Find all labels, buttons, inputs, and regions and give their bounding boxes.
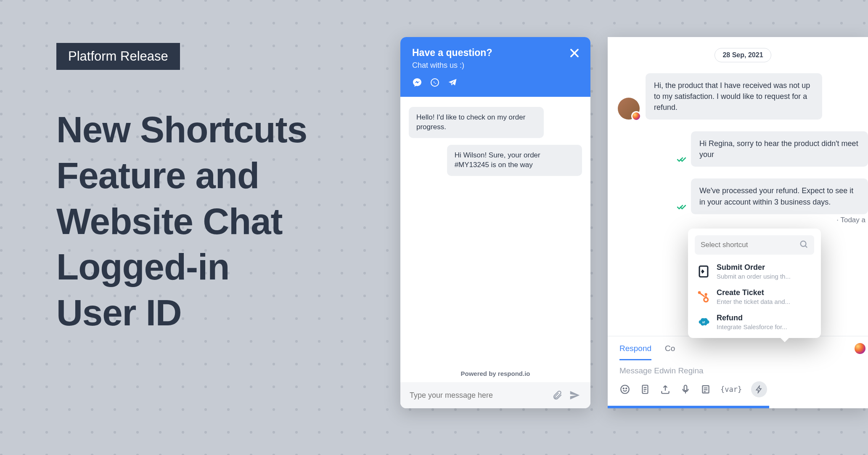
- shortcut-search-input[interactable]: [701, 241, 799, 249]
- template-icon[interactable]: [700, 384, 711, 395]
- shortcut-item-create-ticket[interactable]: Create Ticket Enter the ticket data and.…: [688, 284, 821, 309]
- svg-text:sf: sf: [702, 321, 705, 324]
- read-receipt-icon: [677, 154, 687, 164]
- message-bubble-incoming: Hi, the product that I have received was…: [646, 73, 822, 120]
- chat-message-outgoing: Hi Wilson! Sure, your order #MY13245 is …: [447, 145, 582, 176]
- banner-category-label: Platform Release: [56, 43, 180, 70]
- conversation-panel: 28 Sep, 2021 Hi, the product that I have…: [608, 37, 868, 408]
- search-icon: [799, 239, 808, 250]
- svg-point-15: [801, 241, 806, 247]
- progress-indicator: [608, 406, 769, 408]
- svg-line-16: [805, 246, 807, 248]
- svg-line-21: [700, 293, 705, 297]
- compose-area: Message Edwin Regina {var}: [608, 360, 868, 406]
- chat-message-input[interactable]: [410, 391, 546, 400]
- variable-icon[interactable]: {var}: [720, 384, 742, 395]
- shortcut-item-desc: Submit an order using th...: [717, 273, 791, 280]
- chat-widget-title: Have a question?: [412, 47, 579, 59]
- powered-by-label: Powered by respond.io: [400, 365, 590, 382]
- svg-point-5: [626, 388, 627, 389]
- voice-icon[interactable]: [680, 384, 691, 395]
- shortcut-popover: Submit Order Submit an order using th...…: [688, 229, 821, 338]
- svg-point-4: [623, 388, 624, 389]
- channel-icons-row: [412, 77, 579, 88]
- message-row-outgoing: Hi Regina, sorry to hear the product did…: [618, 131, 868, 167]
- svg-rect-10: [684, 385, 687, 391]
- compose-input[interactable]: Message Edwin Regina: [619, 366, 856, 375]
- tab-comment[interactable]: Co: [665, 344, 675, 353]
- close-icon[interactable]: [569, 47, 580, 59]
- shortcut-item-refund[interactable]: sf Refund Integrate Salesforce for...: [688, 309, 821, 335]
- message-row-outgoing: We've processed your refund. Expect to s…: [618, 178, 868, 214]
- timestamp-label: · Today a: [618, 216, 868, 224]
- chat-widget-panel: Have a question? Chat withs us :) Hello!…: [400, 37, 590, 408]
- chat-widget-subtitle: Chat withs us :): [412, 61, 579, 70]
- shortcut-item-title: Create Ticket: [717, 288, 790, 297]
- shortcut-item-desc: Integrate Salesforce for...: [717, 323, 787, 330]
- shortcuts-button[interactable]: [751, 381, 767, 397]
- tab-respond[interactable]: Respond: [619, 344, 651, 353]
- shortcut-item-submit-order[interactable]: Submit Order Submit an order using th...: [688, 259, 821, 284]
- shortcut-item-title: Submit Order: [717, 263, 791, 272]
- chat-widget-body: Hello! I'd like to check on my order pro…: [400, 97, 590, 365]
- instagram-channel-icon[interactable]: [855, 343, 865, 354]
- svg-point-20: [704, 298, 708, 302]
- upload-icon[interactable]: [660, 384, 671, 395]
- chat-message-incoming: Hello! I'd like to check on my order pro…: [409, 107, 544, 138]
- hubspot-icon: [696, 290, 711, 304]
- svg-point-2: [431, 79, 439, 86]
- attachment-icon[interactable]: [552, 390, 563, 401]
- instagram-badge-icon: [631, 111, 641, 121]
- chat-widget-header: Have a question? Chat withs us :): [400, 37, 590, 97]
- svg-point-19: [705, 293, 707, 295]
- messenger-icon[interactable]: [412, 77, 422, 88]
- shortcut-item-desc: Enter the ticket data and...: [717, 298, 790, 305]
- avatar: [618, 98, 640, 120]
- snippet-icon[interactable]: [640, 384, 651, 395]
- submit-order-icon: [696, 264, 711, 279]
- svg-point-3: [621, 385, 629, 394]
- emoji-icon[interactable]: [619, 384, 630, 395]
- send-icon[interactable]: [569, 389, 581, 402]
- date-separator: 28 Sep, 2021: [715, 48, 771, 62]
- banner-title: New ShortcutsFeature andWebsite ChatLogg…: [56, 107, 307, 336]
- compose-tabs: Respond Co: [608, 336, 868, 360]
- message-row-incoming: Hi, the product that I have received was…: [618, 73, 868, 120]
- read-receipt-icon: [677, 202, 687, 212]
- message-bubble-outgoing: Hi Regina, sorry to hear the product did…: [691, 131, 868, 167]
- message-bubble-outgoing: We've processed your refund. Expect to s…: [691, 178, 868, 214]
- compose-toolbar: {var}: [619, 381, 856, 397]
- chat-input-row: [400, 382, 590, 408]
- salesforce-icon: sf: [696, 315, 711, 329]
- whatsapp-icon[interactable]: [430, 77, 440, 88]
- shortcut-search-box[interactable]: [695, 235, 814, 255]
- shortcut-item-title: Refund: [717, 314, 787, 322]
- telegram-icon[interactable]: [447, 77, 458, 88]
